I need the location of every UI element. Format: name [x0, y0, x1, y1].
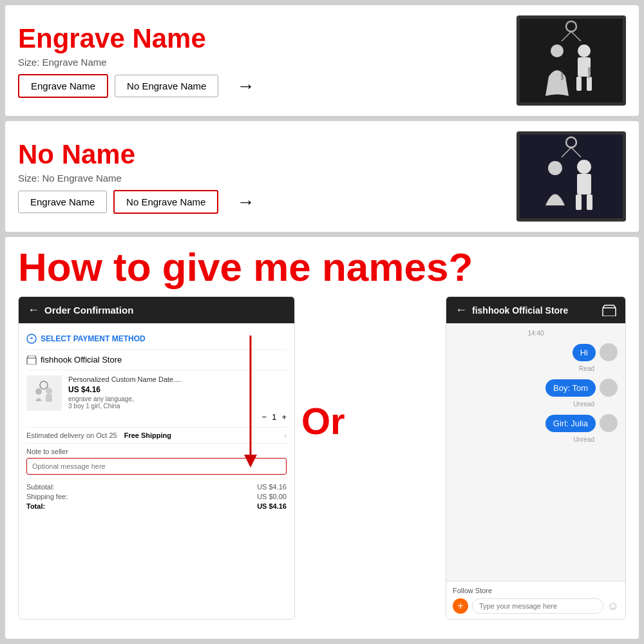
order-confirmation-mockup: ← Order Confirmation SELECT PAYMENT METH…: [18, 296, 295, 620]
product-desc1: engrave any language,: [68, 395, 287, 402]
svg-point-16: [577, 160, 591, 174]
no-name-btn-group: Engrave Name No Engrave Name →: [18, 190, 516, 214]
chat-avatar-2: [600, 379, 618, 397]
no-name-title: No Name: [18, 139, 516, 170]
chat-bubble-3: Girl: Julia: [545, 415, 596, 432]
svg-rect-22: [30, 379, 59, 408]
chat-message-input[interactable]: [472, 598, 603, 614]
keychain-engraved-svg: NAME NAME: [520, 19, 623, 102]
panel-how-to: How to give me names? ← Order Confirmati…: [5, 237, 639, 639]
qty-value: 1: [272, 412, 276, 422]
svg-rect-8: [576, 77, 582, 91]
product-name: Personalized Custom Name Date....: [68, 375, 287, 383]
mockup-header: ← Order Confirmation: [19, 297, 294, 323]
qty-row: − 1 +: [68, 412, 287, 422]
svg-point-24: [35, 388, 42, 395]
or-text: Or: [301, 399, 345, 442]
svg-rect-19: [587, 194, 592, 210]
store-chat-icon: [602, 305, 616, 316]
svg-text:NAME: NAME: [587, 67, 591, 78]
store-icon: [26, 355, 37, 365]
follow-store-label: Follow Store: [453, 587, 619, 594]
qty-minus[interactable]: −: [262, 412, 267, 422]
chat-mockup: ← fishhook Official Store 14:40 Hi Read: [446, 296, 626, 620]
chat-input-row: + ☺: [453, 598, 619, 614]
btn-no-engrave-name-1[interactable]: No Engrave Name: [115, 75, 218, 97]
shipping-row: Shipping fee: US $0.00: [26, 493, 287, 500]
svg-point-6: [578, 44, 591, 57]
chat-msg-row-2: Boy: Tom: [454, 379, 618, 397]
chat-bubble-2: Boy: Tom: [545, 379, 596, 397]
chat-msg-row-1: Hi: [454, 343, 618, 361]
engrave-title: Engrave Name: [18, 23, 516, 54]
btn-engrave-name-1[interactable]: Engrave Name: [18, 74, 108, 98]
chat-msg-row-3: Girl: Julia: [454, 414, 618, 432]
subtotal-value: US $4.16: [257, 483, 287, 491]
top-sections: Engrave Name Size: Engrave Name Engrave …: [5, 5, 639, 232]
delivery-row: Estimated delivery on Oct 25 Free Shippi…: [26, 428, 287, 444]
subtotal-row: Subtotal: US $4.16: [26, 483, 287, 491]
note-section: Note to seller: [26, 444, 287, 479]
total-row: Total: US $4.16: [26, 502, 287, 510]
arrow-right-1: →: [236, 76, 254, 97]
svg-text:NAME: NAME: [560, 69, 564, 80]
chat-avatar-3: [600, 414, 618, 432]
product-thumbnail: [26, 375, 62, 411]
panel-engrave: Engrave Name Size: Engrave Name Engrave …: [5, 5, 639, 116]
arrow-right-2: →: [236, 192, 254, 213]
chat-read-1: Read: [454, 365, 594, 372]
no-name-product-image: [516, 131, 626, 222]
svg-rect-18: [576, 194, 582, 210]
product-thumb-svg: [30, 379, 59, 408]
note-label: Note to seller: [26, 448, 68, 455]
btn-no-engrave-name-2[interactable]: No Engrave Name: [113, 190, 218, 214]
chat-plus-button[interactable]: +: [453, 598, 468, 614]
shipping-value: US $0.00: [257, 493, 287, 500]
svg-rect-17: [577, 174, 591, 194]
how-title: How to give me names?: [18, 247, 626, 287]
btn-engrave-name-2[interactable]: Engrave Name: [18, 191, 107, 213]
chat-read-3: Unread: [454, 436, 594, 443]
product-row: Personalized Custom Name Date.... US $4.…: [26, 370, 287, 428]
mockup-body: SELECT PAYMENT METHOD fishhook Official …: [19, 323, 294, 521]
qty-plus[interactable]: +: [281, 412, 287, 422]
chat-back[interactable]: ←: [455, 303, 467, 317]
chat-bubble-1: Hi: [573, 344, 596, 361]
svg-rect-9: [587, 77, 592, 91]
svg-point-15: [548, 161, 562, 175]
engrave-btn-group: Engrave Name No Engrave Name →: [18, 74, 516, 98]
panel-no-name: No Name Size: No Engrave Name Engrave Na…: [5, 121, 639, 232]
panel-engrave-left: Engrave Name Size: Engrave Name Engrave …: [18, 23, 516, 98]
back-button[interactable]: ←: [28, 303, 39, 317]
product-desc2: 3 boy 1 girl, China: [68, 402, 287, 410]
delivery-chevron[interactable]: ›: [284, 431, 287, 439]
payment-section: SELECT PAYMENT METHOD: [26, 328, 287, 350]
panel-no-name-left: No Name Size: No Engrave Name Engrave Na…: [18, 139, 516, 214]
svg-rect-26: [46, 394, 52, 402]
store-section: fishhook Official Store: [26, 350, 287, 370]
total-value: US $4.16: [257, 502, 287, 510]
shipping-label: Shipping fee:: [26, 493, 68, 500]
chat-avatar-1: [600, 343, 618, 361]
chat-time: 14:40: [454, 330, 618, 337]
delivery-label: Estimated delivery on Oct 25: [26, 431, 117, 439]
payment-label: SELECT PAYMENT METHOD: [41, 334, 146, 343]
no-name-size: Size: No Engrave Name: [18, 173, 516, 184]
store-name: fishhook Official Store: [41, 355, 122, 365]
chat-store-name: fishhook Official Store: [472, 305, 597, 316]
note-to-seller-input[interactable]: [26, 458, 287, 475]
subtotal-label: Subtotal:: [26, 483, 54, 491]
product-info: Personalized Custom Name Date.... US $4.…: [68, 375, 287, 422]
chat-read-2: Unread: [454, 401, 594, 408]
order-confirmation-title: Order Confirmation: [44, 305, 285, 316]
chat-body: 14:40 Hi Read Boy: Tom Unread Girl: Juli…: [446, 323, 625, 581]
free-shipping-label: Free Shipping: [124, 431, 171, 439]
keychain-plain-svg: [520, 135, 623, 218]
bottom-content: ← Order Confirmation SELECT PAYMENT METH…: [18, 296, 626, 620]
emoji-button[interactable]: ☺: [607, 600, 619, 613]
main-container: Engrave Name Size: Engrave Name Engrave …: [0, 0, 644, 644]
svg-point-4: [551, 44, 564, 57]
engrave-size: Size: Engrave Name: [18, 57, 516, 68]
payment-icon: [26, 334, 37, 344]
chat-header: ← fishhook Official Store: [446, 297, 625, 323]
